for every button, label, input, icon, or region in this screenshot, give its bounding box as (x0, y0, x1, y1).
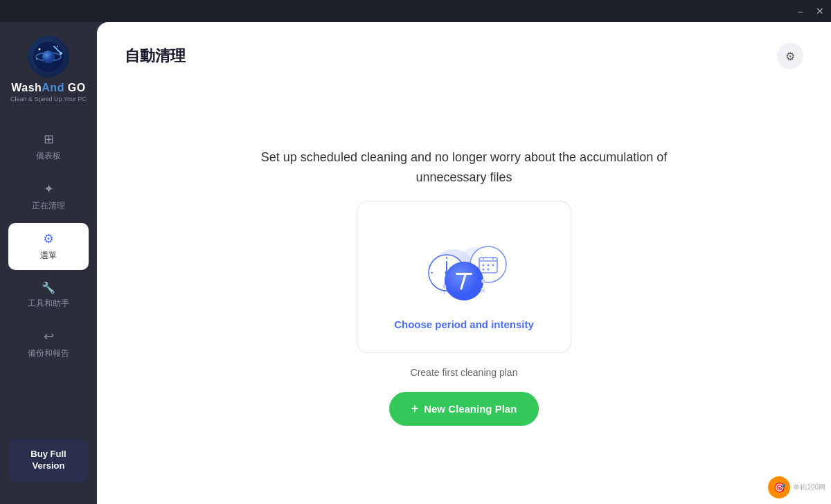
logo-area: WashAnd GO Clean & Speed Up Your PC (10, 36, 87, 102)
main-content: 自動清理 ⚙ Set up scheduled cleaning and no … (97, 22, 831, 504)
svg-point-26 (488, 264, 490, 266)
watermark: 🎯 单机100网 (768, 476, 825, 498)
sidebar-item-tools[interactable]: 🔧 工具和助手 (8, 273, 89, 318)
options-icon: ⚙ (43, 231, 54, 246)
sidebar-label-tools: 工具和助手 (28, 298, 69, 309)
buy-full-version-button[interactable]: Buy FullVersion (8, 439, 89, 482)
sidebar-label-options: 選單 (40, 250, 57, 262)
center-area: Set up scheduled cleaning and no longer … (125, 90, 803, 483)
svg-point-28 (483, 268, 485, 270)
sidebar-item-dashboard[interactable]: ⊞ 儀表板 (8, 123, 89, 170)
buy-button-wrapper: Buy FullVersion (0, 431, 97, 490)
page-title: 自動清理 (125, 46, 186, 66)
choose-period-link[interactable]: Choose period and intensity (394, 318, 534, 330)
new-plan-button-label: New Cleaning Plan (424, 403, 517, 415)
watermark-text: 单机100网 (793, 483, 825, 492)
gear-icon: ⚙ (785, 50, 795, 63)
sidebar-item-options[interactable]: ⚙ 選單 (8, 223, 89, 270)
settings-button[interactable]: ⚙ (777, 43, 803, 69)
app-logo (28, 36, 69, 78)
close-button[interactable]: ✕ (814, 6, 825, 17)
page-header: 自動清理 ⚙ (125, 43, 803, 69)
backup-icon: ↩ (44, 329, 54, 344)
sidebar-item-cleaning[interactable]: ✦ 正在清理 (8, 173, 89, 220)
sidebar-label-dashboard: 儀表板 (36, 150, 61, 162)
svg-point-29 (488, 268, 490, 270)
svg-point-34 (481, 279, 485, 283)
minimize-button[interactable]: – (795, 6, 806, 17)
sidebar-item-backup[interactable]: ↩ 備份和報告 (8, 321, 89, 368)
sidebar-label-cleaning: 正在清理 (32, 200, 65, 212)
plus-icon: + (411, 402, 419, 416)
new-cleaning-plan-button[interactable]: + New Cleaning Plan (389, 392, 539, 426)
svg-point-27 (492, 264, 494, 266)
tools-icon: 🔧 (42, 281, 55, 294)
svg-point-8 (60, 52, 62, 55)
svg-point-25 (483, 264, 485, 266)
sidebar-label-backup: 備份和報告 (28, 348, 69, 359)
illustration (416, 231, 512, 307)
svg-point-35 (443, 285, 447, 288)
svg-point-2 (57, 46, 58, 47)
watermark-icon: 🎯 (768, 476, 790, 498)
sidebar: WashAnd GO Clean & Speed Up Your PC ⊞ 儀表… (0, 22, 97, 504)
plan-card[interactable]: Choose period and intensity (357, 201, 571, 353)
nav-items: ⊞ 儀表板 ✦ 正在清理 ⚙ 選單 🔧 工具和助手 ↩ 備份和報告 (0, 123, 97, 431)
title-bar: – ✕ (0, 0, 831, 22)
create-first-plan-label: Create first cleaning plan (411, 367, 518, 378)
svg-point-1 (38, 48, 40, 51)
cleaning-icon: ✦ (44, 181, 54, 197)
svg-point-6 (42, 51, 55, 63)
app-subtitle: Clean & Speed Up Your PC (10, 96, 87, 102)
app-name: WashAnd GO (11, 82, 86, 94)
svg-rect-32 (456, 273, 472, 275)
hero-text: Set up scheduled cleaning and no longer … (256, 147, 672, 188)
dashboard-icon: ⊞ (44, 132, 54, 147)
